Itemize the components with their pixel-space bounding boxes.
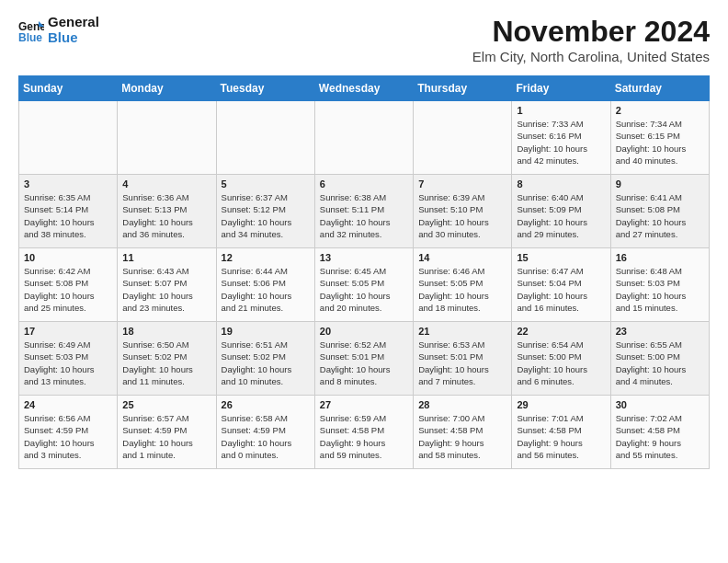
day-number: 10: [24, 252, 112, 263]
day-info: Sunrise: 6:53 AM Sunset: 5:01 PM Dayligh…: [418, 339, 506, 387]
svg-text:Blue: Blue: [18, 31, 42, 43]
day-cell: 26Sunrise: 6:58 AM Sunset: 4:59 PM Dayli…: [216, 396, 314, 469]
day-cell: 20Sunrise: 6:52 AM Sunset: 5:01 PM Dayli…: [314, 322, 413, 396]
day-info: Sunrise: 6:40 AM Sunset: 5:09 PM Dayligh…: [517, 191, 605, 240]
week-row-3: 10Sunrise: 6:42 AM Sunset: 5:08 PM Dayli…: [19, 248, 710, 322]
day-number: 3: [24, 178, 112, 190]
day-info: Sunrise: 6:48 AM Sunset: 5:03 PM Dayligh…: [616, 265, 704, 314]
day-cell: 18Sunrise: 6:50 AM Sunset: 5:02 PM Dayli…: [118, 322, 216, 396]
day-info: Sunrise: 6:52 AM Sunset: 5:01 PM Dayligh…: [320, 339, 408, 387]
day-cell: 21Sunrise: 6:53 AM Sunset: 5:01 PM Dayli…: [414, 322, 512, 396]
day-cell: 16Sunrise: 6:48 AM Sunset: 5:03 PM Dayli…: [610, 248, 709, 322]
day-cell: 7Sunrise: 6:39 AM Sunset: 5:10 PM Daylig…: [414, 175, 512, 248]
day-number: 22: [517, 326, 605, 337]
day-number: 27: [320, 399, 408, 410]
day-info: Sunrise: 6:57 AM Sunset: 4:59 PM Dayligh…: [122, 412, 210, 461]
day-number: 13: [320, 252, 408, 263]
day-number: 4: [122, 178, 210, 190]
day-info: Sunrise: 6:51 AM Sunset: 5:02 PM Dayligh…: [222, 339, 310, 387]
day-number: 19: [222, 326, 310, 337]
week-row-4: 17Sunrise: 6:49 AM Sunset: 5:03 PM Dayli…: [19, 322, 710, 396]
day-number: 15: [517, 252, 605, 263]
day-cell: 10Sunrise: 6:42 AM Sunset: 5:08 PM Dayli…: [19, 248, 118, 322]
day-cell: 22Sunrise: 6:54 AM Sunset: 5:00 PM Dayli…: [512, 322, 610, 396]
weekday-thursday: Thursday: [414, 76, 512, 101]
day-info: Sunrise: 7:01 AM Sunset: 4:58 PM Dayligh…: [517, 412, 605, 461]
page-header: General Blue General Blue November 2024 …: [18, 15, 710, 64]
location: Elm City, North Carolina, United States: [472, 49, 710, 64]
weekday-tuesday: Tuesday: [216, 76, 314, 101]
day-number: 14: [418, 252, 506, 263]
day-cell: [118, 101, 216, 175]
day-cell: 11Sunrise: 6:43 AM Sunset: 5:07 PM Dayli…: [118, 248, 216, 322]
day-cell: [216, 101, 314, 175]
day-info: Sunrise: 6:35 AM Sunset: 5:14 PM Dayligh…: [24, 191, 112, 240]
weekday-wednesday: Wednesday: [314, 76, 413, 101]
day-cell: 4Sunrise: 6:36 AM Sunset: 5:13 PM Daylig…: [118, 175, 216, 248]
day-cell: 13Sunrise: 6:45 AM Sunset: 5:05 PM Dayli…: [314, 248, 413, 322]
day-number: 25: [122, 399, 210, 410]
day-info: Sunrise: 6:37 AM Sunset: 5:12 PM Dayligh…: [222, 191, 310, 240]
day-info: Sunrise: 7:34 AM Sunset: 6:15 PM Dayligh…: [616, 118, 704, 167]
day-number: 23: [616, 326, 704, 337]
day-cell: 17Sunrise: 6:49 AM Sunset: 5:03 PM Dayli…: [19, 322, 118, 396]
day-cell: 2Sunrise: 7:34 AM Sunset: 6:15 PM Daylig…: [610, 101, 709, 175]
day-cell: [314, 101, 413, 175]
day-cell: 12Sunrise: 6:44 AM Sunset: 5:06 PM Dayli…: [216, 248, 314, 322]
calendar-body: 1Sunrise: 7:33 AM Sunset: 6:16 PM Daylig…: [19, 101, 710, 469]
weekday-sunday: Sunday: [19, 76, 118, 101]
day-info: Sunrise: 6:58 AM Sunset: 4:59 PM Dayligh…: [222, 412, 310, 461]
day-cell: 25Sunrise: 6:57 AM Sunset: 4:59 PM Dayli…: [118, 396, 216, 469]
day-cell: [414, 101, 512, 175]
day-number: 26: [222, 399, 310, 410]
month-title: November 2024: [472, 15, 710, 49]
day-number: 16: [616, 252, 704, 263]
weekday-friday: Friday: [512, 76, 610, 101]
week-row-5: 24Sunrise: 6:56 AM Sunset: 4:59 PM Dayli…: [19, 396, 710, 469]
day-number: 11: [122, 252, 210, 263]
day-info: Sunrise: 6:39 AM Sunset: 5:10 PM Dayligh…: [418, 191, 506, 240]
week-row-1: 1Sunrise: 7:33 AM Sunset: 6:16 PM Daylig…: [19, 101, 710, 175]
day-cell: [19, 101, 118, 175]
title-block: November 2024 Elm City, North Carolina, …: [472, 15, 710, 64]
weekday-saturday: Saturday: [610, 76, 709, 101]
day-info: Sunrise: 6:36 AM Sunset: 5:13 PM Dayligh…: [122, 191, 210, 240]
day-info: Sunrise: 6:54 AM Sunset: 5:00 PM Dayligh…: [517, 339, 605, 387]
day-cell: 14Sunrise: 6:46 AM Sunset: 5:05 PM Dayli…: [414, 248, 512, 322]
day-number: 20: [320, 326, 408, 337]
day-number: 5: [222, 178, 310, 190]
logo: General Blue General Blue: [18, 15, 99, 45]
day-cell: 8Sunrise: 6:40 AM Sunset: 5:09 PM Daylig…: [512, 175, 610, 248]
day-number: 6: [320, 178, 408, 190]
day-info: Sunrise: 6:59 AM Sunset: 4:58 PM Dayligh…: [320, 412, 408, 461]
day-number: 28: [418, 399, 506, 410]
day-number: 17: [24, 326, 112, 337]
day-cell: 28Sunrise: 7:00 AM Sunset: 4:58 PM Dayli…: [414, 396, 512, 469]
day-info: Sunrise: 6:55 AM Sunset: 5:00 PM Dayligh…: [616, 339, 704, 387]
weekday-monday: Monday: [118, 76, 216, 101]
day-number: 2: [616, 105, 704, 116]
day-cell: 5Sunrise: 6:37 AM Sunset: 5:12 PM Daylig…: [216, 175, 314, 248]
day-number: 1: [517, 105, 605, 116]
day-cell: 3Sunrise: 6:35 AM Sunset: 5:14 PM Daylig…: [19, 175, 118, 248]
day-info: Sunrise: 6:45 AM Sunset: 5:05 PM Dayligh…: [320, 265, 408, 314]
day-cell: 19Sunrise: 6:51 AM Sunset: 5:02 PM Dayli…: [216, 322, 314, 396]
day-info: Sunrise: 6:56 AM Sunset: 4:59 PM Dayligh…: [24, 412, 112, 461]
day-number: 18: [122, 326, 210, 337]
day-number: 21: [418, 326, 506, 337]
day-cell: 6Sunrise: 6:38 AM Sunset: 5:11 PM Daylig…: [314, 175, 413, 248]
day-info: Sunrise: 6:42 AM Sunset: 5:08 PM Dayligh…: [24, 265, 112, 314]
day-cell: 9Sunrise: 6:41 AM Sunset: 5:08 PM Daylig…: [610, 175, 709, 248]
logo-icon: General Blue: [18, 17, 44, 43]
week-row-2: 3Sunrise: 6:35 AM Sunset: 5:14 PM Daylig…: [19, 175, 710, 248]
day-number: 9: [616, 178, 704, 190]
day-cell: 24Sunrise: 6:56 AM Sunset: 4:59 PM Dayli…: [19, 396, 118, 469]
day-number: 12: [222, 252, 310, 263]
day-cell: 27Sunrise: 6:59 AM Sunset: 4:58 PM Dayli…: [314, 396, 413, 469]
day-info: Sunrise: 7:02 AM Sunset: 4:58 PM Dayligh…: [616, 412, 704, 461]
calendar-table: SundayMondayTuesdayWednesdayThursdayFrid…: [18, 75, 710, 469]
day-info: Sunrise: 6:43 AM Sunset: 5:07 PM Dayligh…: [122, 265, 210, 314]
day-number: 7: [418, 178, 506, 190]
day-number: 29: [517, 399, 605, 410]
day-cell: 23Sunrise: 6:55 AM Sunset: 5:00 PM Dayli…: [610, 322, 709, 396]
